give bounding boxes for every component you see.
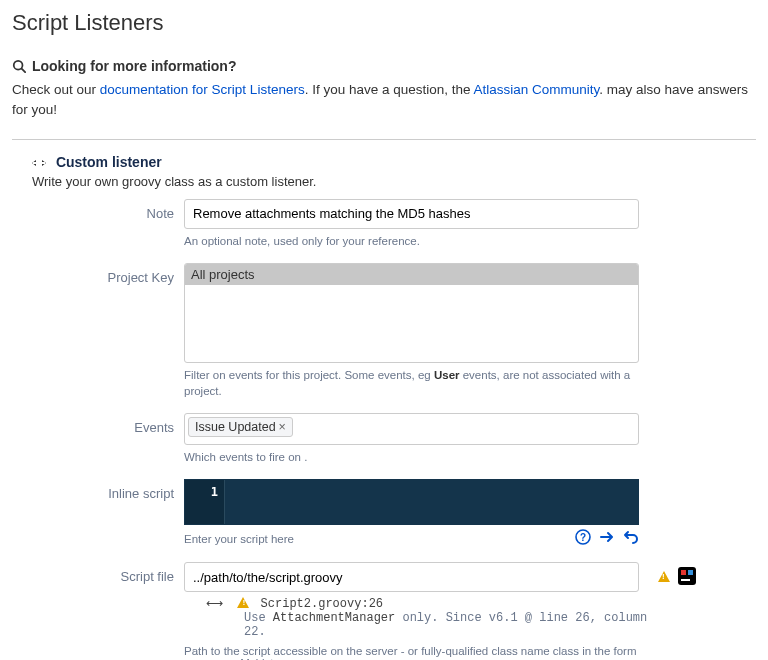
event-tag-remove-icon[interactable]: × xyxy=(279,420,286,434)
script-error-location: Script2.groovy:26 xyxy=(261,597,383,611)
script-file-input[interactable] xyxy=(184,562,639,592)
info-prefix: Check out our xyxy=(12,82,100,97)
svg-text:?: ? xyxy=(580,532,586,543)
project-key-select[interactable]: All projects xyxy=(184,263,639,363)
project-key-label: Project Key xyxy=(12,263,184,409)
note-label: Note xyxy=(12,199,184,259)
events-label: Events xyxy=(12,413,184,475)
project-key-option-all[interactable]: All projects xyxy=(185,264,638,285)
inline-script-label: Inline script xyxy=(12,479,184,558)
script-file-messages: ⟷ Script2.groovy:26 Use AttachmentManage… xyxy=(184,596,654,639)
expand-right-icon[interactable] xyxy=(599,529,615,545)
events-input[interactable]: Issue Updated× xyxy=(184,413,639,445)
code-arrows-icon: ⟷ xyxy=(206,596,223,610)
svg-line-1 xyxy=(22,69,26,73)
community-link[interactable]: Atlassian Community xyxy=(474,82,600,97)
info-heading: Looking for more information? xyxy=(12,58,756,74)
section-subtitle: Write your own groovy class as a custom … xyxy=(32,174,756,189)
custom-listener-icon xyxy=(32,155,46,171)
inline-script-help: Enter your script here xyxy=(184,531,294,547)
editor-body[interactable] xyxy=(225,480,638,524)
warning-icon xyxy=(237,597,249,608)
info-text: Check out our documentation for Script L… xyxy=(12,80,756,121)
section-title: Custom listener xyxy=(56,154,162,170)
svg-rect-6 xyxy=(688,570,693,575)
page-title: Script Listeners xyxy=(12,10,756,36)
editor-gutter: 1 xyxy=(185,480,225,524)
undo-icon[interactable] xyxy=(623,529,639,545)
event-tag-issue-updated[interactable]: Issue Updated× xyxy=(188,417,293,437)
svg-rect-7 xyxy=(681,579,690,581)
svg-rect-5 xyxy=(681,570,686,575)
inline-script-editor[interactable]: 1 xyxy=(184,479,639,525)
field-warning-icon xyxy=(658,571,670,582)
events-help: Which events to fire on . xyxy=(184,449,654,465)
divider xyxy=(12,139,756,140)
info-heading-text: Looking for more information? xyxy=(32,58,237,74)
note-input[interactable] xyxy=(184,199,639,229)
help-icon[interactable]: ? xyxy=(575,529,591,545)
ide-plugin-icon[interactable] xyxy=(678,567,696,585)
info-mid: . If you have a question, the xyxy=(305,82,474,97)
script-file-label: Script file xyxy=(12,562,184,660)
doc-link[interactable]: documentation for Script Listeners xyxy=(100,82,305,97)
note-help: An optional note, used only for your ref… xyxy=(184,233,654,249)
svg-rect-4 xyxy=(678,567,696,585)
project-key-help: Filter on events for this project. Some … xyxy=(184,367,654,399)
search-icon xyxy=(12,59,26,73)
